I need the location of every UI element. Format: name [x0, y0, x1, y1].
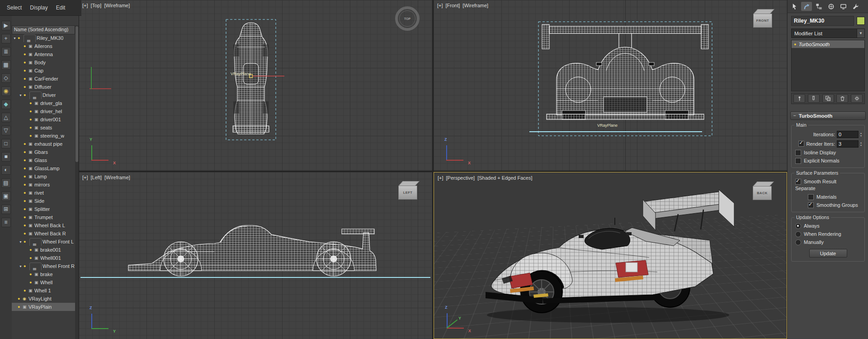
viewport-left[interactable]: [+] [Left] [Wireframe] LEFT	[79, 172, 432, 339]
visibility-bulb-icon[interactable]: ●	[29, 117, 34, 122]
visibility-bulb-icon[interactable]: ●	[29, 248, 34, 252]
menu-display[interactable]: Display	[26, 3, 52, 13]
tree-item-wheel-front-l[interactable]: ▼●▦Wheel Front L	[12, 238, 75, 246]
show-end-result-icon[interactable]	[808, 94, 820, 103]
viewcube-back-face[interactable]: BACK	[753, 186, 772, 200]
visibility-bulb-icon[interactable]: ●	[24, 223, 28, 228]
visibility-bulb-icon[interactable]: ●	[18, 36, 23, 40]
viewcube[interactable]: FRONT	[752, 8, 774, 28]
remove-modifier-icon[interactable]	[836, 94, 848, 103]
viewcube[interactable]: LEFT	[397, 180, 419, 200]
viewport-menu-plus[interactable]: [+]	[438, 175, 443, 181]
visibility-bulb-icon[interactable]: ●	[24, 231, 28, 236]
create-tab-icon[interactable]	[789, 2, 800, 11]
display-helpers-icon[interactable]: △	[1, 113, 11, 122]
radio-icon[interactable]	[795, 223, 801, 229]
tree-item-whell-1[interactable]: ▼●▣Whell 1	[12, 286, 75, 295]
modifier-stack[interactable]: ●TurboSmooth	[791, 40, 865, 91]
visibility-bulb-icon[interactable]: ●	[18, 305, 23, 309]
tree-item-driver001[interactable]: ▼●▣driver001	[12, 115, 75, 124]
visibility-bulb-icon[interactable]: ●	[24, 174, 28, 179]
visibility-bulb-icon[interactable]: ●	[24, 158, 28, 162]
menu-select[interactable]: Select	[3, 3, 26, 13]
tree-item-side[interactable]: ▼●▣Side	[12, 197, 75, 205]
display-hidden-icon[interactable]: ≡	[1, 218, 11, 227]
visibility-bulb-icon[interactable]: ●	[29, 134, 34, 138]
visibility-bulb-icon[interactable]: ●	[24, 150, 28, 154]
modifier-list-dropdown[interactable]: Modifier List ▼	[791, 29, 865, 38]
visibility-bulb-icon[interactable]: ●	[24, 239, 28, 244]
visibility-bulb-icon[interactable]: ●	[24, 215, 28, 220]
visibility-bulb-icon[interactable]: ●	[24, 52, 28, 57]
motion-tab-icon[interactable]	[826, 2, 836, 11]
visibility-bulb-icon[interactable]: ●	[29, 280, 34, 285]
visibility-bulb-icon[interactable]: ●	[29, 256, 34, 260]
tree-item-whell[interactable]: ▼●▣Whell	[12, 278, 75, 286]
explorer-scrollbar[interactable]	[75, 25, 79, 339]
radio-always[interactable]: Always	[794, 222, 862, 230]
radio-manually[interactable]: Manually	[794, 238, 862, 246]
rollout-header[interactable]: − TurboSmooth	[790, 111, 866, 120]
display-spacewarps-icon[interactable]: ▽	[1, 126, 11, 135]
scrollbar-thumb[interactable]	[75, 26, 78, 162]
visibility-bulb-icon[interactable]: ●	[29, 101, 34, 105]
display-xrefs-icon[interactable]: ■	[1, 152, 11, 162]
display-frozen-icon[interactable]: ⊞	[1, 205, 11, 214]
expand-arrow-icon[interactable]: ▼	[19, 265, 24, 268]
explicit-normals-checkbox[interactable]	[795, 158, 801, 164]
tree-item-seats[interactable]: ▼●▣seats	[12, 124, 75, 132]
render-iters-checkbox[interactable]	[798, 141, 804, 147]
viewport-menu-view[interactable]: [Perspective]	[446, 175, 475, 181]
viewport-menu-shading[interactable]: [Wireframe]	[104, 175, 130, 180]
expand-arrow-icon[interactable]: ▼	[19, 240, 24, 244]
display-containers-icon[interactable]: ▣	[1, 191, 11, 201]
explorer-sort-header[interactable]: Name (Sorted Ascending)	[12, 25, 75, 34]
tree-item-driver[interactable]: ▼●▦Driver	[12, 91, 75, 99]
display-materials-icon[interactable]: ◐	[1, 165, 11, 175]
tree-item-vraylight[interactable]: ▼●◉VRayLight	[12, 295, 75, 303]
visibility-bulb-icon[interactable]: ●	[24, 76, 28, 81]
visibility-bulb-icon[interactable]: ●	[24, 288, 28, 293]
display-tab-icon[interactable]	[838, 2, 849, 11]
viewcube-front-face[interactable]: FRONT	[753, 14, 772, 28]
tree-item-steering-w[interactable]: ▼●▣steering_w	[12, 132, 75, 140]
visibility-bulb-icon[interactable]: ●	[24, 207, 28, 211]
visibility-bulb-icon[interactable]: ●	[24, 264, 28, 268]
tree-item-brake[interactable]: ▼●▣brake	[12, 270, 75, 278]
tree-item-lamp[interactable]: ▼●▣Lamp	[12, 172, 75, 181]
viewport-menu-shading[interactable]: [Shaded + Edged Faces]	[477, 175, 532, 181]
smoothing-groups-checkbox[interactable]	[808, 202, 814, 208]
display-bones-icon[interactable]: ▤	[1, 178, 11, 188]
visibility-bulb-icon[interactable]: ●	[24, 85, 28, 89]
visibility-bulb-icon[interactable]: ●	[18, 296, 23, 301]
collapse-icon[interactable]: −	[793, 113, 796, 118]
tree-item-antenna[interactable]: ▼●▣Antenna	[12, 50, 75, 58]
expand-arrow-icon[interactable]: ▼	[13, 37, 18, 40]
viewport-perspective[interactable]: [+] [Perspective] [Shaded + Edged Faces]…	[434, 172, 787, 339]
viewport-menu-plus[interactable]: [+]	[437, 3, 443, 8]
tree-item-splitter[interactable]: ▼●▣Splitter	[12, 205, 75, 213]
modifier-turbosmooth[interactable]: ●TurboSmooth	[792, 40, 864, 48]
viewcube[interactable]: BACK	[751, 181, 773, 201]
viewport-menu-plus[interactable]: [+]	[82, 175, 88, 180]
modifier-enabled-icon[interactable]: ●	[794, 42, 796, 47]
iterations-input[interactable]: 0	[837, 131, 859, 138]
visibility-bulb-icon[interactable]: ●	[24, 60, 28, 65]
tree-item-gbars[interactable]: ▼●▣Gbars	[12, 148, 75, 156]
display-cameras-icon[interactable]: ◆	[1, 100, 11, 109]
radio-icon[interactable]	[795, 231, 801, 237]
visibility-bulb-icon[interactable]: ●	[29, 272, 34, 277]
tree-item-carfender[interactable]: ▼●▣CarFender	[12, 75, 75, 83]
visibility-bulb-icon[interactable]: ●	[24, 93, 28, 97]
tree-item-ailerons[interactable]: ▼●▣Ailerons	[12, 42, 75, 50]
tree-item-riley-mk30[interactable]: ▼●▦Riley_MK30	[12, 34, 75, 42]
tree-item-body[interactable]: ▼●▣Body	[12, 58, 75, 67]
tree-item-diffuser[interactable]: ▼●▣Diffuser	[12, 83, 75, 91]
viewcube-left-face[interactable]: LEFT	[398, 186, 417, 200]
update-button[interactable]: Update	[809, 249, 847, 258]
isoline-display-checkbox[interactable]	[795, 150, 801, 156]
viewport-menu-view[interactable]: [Left]	[91, 175, 102, 180]
tree-item-glasslamp[interactable]: ▼●▣GlassLamp	[12, 164, 75, 172]
tree-item-wheel-back-l[interactable]: ▼●▣Wheel Back L	[12, 221, 75, 229]
visibility-bulb-icon[interactable]: ●	[24, 68, 28, 73]
